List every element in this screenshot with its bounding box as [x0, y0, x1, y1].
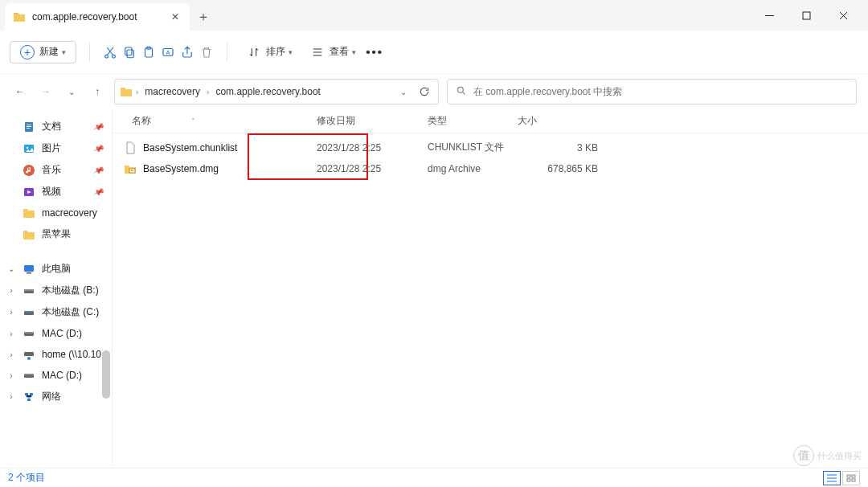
file-name: BaseSystem.chunklist	[143, 142, 237, 153]
sidebar-drive[interactable]: ›MAC (D:)	[3, 323, 108, 344]
chevron-right-icon[interactable]: ›	[6, 392, 16, 401]
folder-icon	[23, 228, 35, 241]
sort-indicator-icon: ˄	[191, 117, 195, 125]
doc-icon	[23, 121, 35, 133]
delete-icon[interactable]	[199, 45, 214, 59]
chevron-down-icon[interactable]: ⌄	[6, 264, 16, 273]
icons-view-button[interactable]	[842, 471, 860, 485]
sidebar-item[interactable]: 音乐📌	[3, 159, 108, 181]
view-button[interactable]: 查看 ▾	[304, 40, 362, 64]
file-icon	[124, 141, 137, 154]
col-type[interactable]: 类型	[428, 114, 518, 128]
chevron-right-icon[interactable]: ›	[6, 371, 16, 380]
breadcrumb-seg[interactable]: com.apple.recovery.boot	[212, 84, 324, 99]
search-box[interactable]	[447, 79, 857, 104]
file-size: 3 KB	[518, 142, 598, 153]
svg-rect-25	[24, 332, 34, 334]
paste-icon[interactable]	[141, 45, 156, 59]
video-icon	[23, 186, 35, 198]
file-row[interactable]: BaseSystem.chunklist2023/1/28 2:25CHUNKL…	[113, 137, 868, 158]
svg-point-15	[27, 146, 28, 148]
sidebar-item[interactable]: 黑苹果	[3, 223, 108, 245]
sidebar-drive[interactable]: ›home (\\10.10	[3, 344, 108, 365]
folder-icon	[13, 10, 26, 23]
maximize-button[interactable]	[788, 2, 825, 28]
sidebar-item[interactable]: 文档📌	[3, 116, 108, 137]
sidebar-item[interactable]: 图片📌	[3, 137, 108, 159]
sidebar-item[interactable]: macrecovery	[3, 203, 108, 223]
tab-current[interactable]: com.apple.recovery.boot ✕	[5, 3, 190, 31]
sidebar-item-label: 视频	[42, 185, 61, 198]
rename-icon[interactable]: A	[161, 45, 175, 59]
sort-icon	[247, 45, 261, 59]
chevron-down-icon: ▾	[62, 48, 66, 56]
cut-icon[interactable]	[103, 45, 117, 59]
col-name[interactable]: 名称 ˄	[124, 114, 317, 128]
status-bar: 2 个项目	[0, 468, 868, 487]
close-button[interactable]	[825, 2, 862, 28]
file-date: 2023/1/28 2:25	[317, 163, 428, 174]
chevron-right-icon[interactable]: ›	[6, 308, 16, 317]
window-controls	[751, 0, 868, 31]
file-type: dmg Archive	[428, 163, 518, 174]
sidebar-this-pc[interactable]: ⌄ 此电脑	[3, 258, 108, 280]
sidebar-drive[interactable]: ›MAC (D:)	[3, 365, 108, 386]
sort-button[interactable]: 排序 ▾	[240, 40, 299, 64]
sidebar-item-label: 网络	[42, 390, 61, 403]
tab-close-icon[interactable]: ✕	[169, 10, 182, 23]
details-view-button[interactable]	[823, 471, 841, 485]
new-tab-button[interactable]: ＋	[190, 3, 217, 31]
sidebar-drive[interactable]: ›网络	[3, 386, 108, 407]
scrollbar-thumb[interactable]	[102, 350, 110, 399]
chevron-right-icon[interactable]: ›	[6, 329, 16, 338]
recent-chevron-icon[interactable]: ⌄	[63, 83, 80, 100]
col-size[interactable]: 大小	[518, 114, 598, 128]
svg-point-1	[105, 55, 108, 58]
network-icon	[23, 391, 35, 403]
sidebar-item-label: macrecovery	[42, 207, 97, 219]
file-list-pane: 名称 ˄ 修改日期 类型 大小 BaseSystem.chunklist2023…	[113, 109, 868, 468]
separator	[227, 43, 227, 62]
svg-point-9	[457, 87, 463, 92]
watermark: 值 什么值得买	[793, 445, 862, 466]
svg-rect-4	[125, 47, 132, 55]
chevron-right-icon[interactable]: ›	[6, 286, 16, 295]
pic-icon	[23, 142, 35, 155]
minimize-button[interactable]	[751, 2, 788, 28]
sidebar-drive[interactable]: ›本地磁盘 (C:)	[3, 301, 108, 323]
back-button[interactable]: ←	[11, 83, 29, 100]
refresh-icon[interactable]	[416, 83, 433, 100]
drive-sys-icon	[23, 306, 35, 319]
chevron-right-icon[interactable]: ›	[6, 350, 16, 359]
breadcrumb-dropdown-icon[interactable]: ⌄	[395, 83, 412, 100]
breadcrumb-seg[interactable]: macrecovery	[141, 84, 203, 99]
breadcrumb[interactable]: › macrecovery › com.apple.recovery.boot …	[114, 79, 439, 104]
svg-rect-37	[852, 479, 855, 481]
file-type: CHUNKLIST 文件	[428, 141, 518, 154]
share-icon[interactable]	[180, 45, 194, 59]
sidebar-item-label: 本地磁盘 (B:)	[42, 284, 99, 297]
sidebar-item-label: MAC (D:)	[42, 328, 82, 339]
sidebar-item-label: MAC (D:)	[42, 370, 82, 381]
new-button[interactable]: + 新建 ▾	[10, 41, 76, 63]
col-date[interactable]: 修改日期	[317, 114, 428, 128]
sidebar-item-label: 图片	[42, 141, 61, 155]
plus-icon: +	[20, 45, 35, 59]
address-row: ← → ⌄ ↑ › macrecovery › com.apple.recove…	[0, 74, 868, 109]
svg-rect-19	[27, 272, 31, 274]
file-date: 2023/1/28 2:25	[317, 142, 428, 153]
sidebar-item-label: 此电脑	[42, 262, 71, 276]
copy-icon[interactable]	[122, 45, 137, 59]
up-button[interactable]: ↑	[88, 83, 106, 100]
svg-rect-0	[803, 12, 810, 19]
svg-rect-26	[24, 352, 34, 356]
more-icon[interactable]: •••	[367, 45, 382, 59]
music-icon	[23, 164, 35, 177]
sidebar-drive[interactable]: ›本地磁盘 (B:)	[3, 280, 108, 301]
sidebar-item[interactable]: 视频📌	[3, 181, 108, 203]
search-input[interactable]	[473, 86, 848, 97]
file-row[interactable]: BaseSystem.dmg2023/1/28 2:25dmg Archive6…	[113, 158, 868, 179]
forward-button[interactable]: →	[37, 83, 55, 100]
chevron-right-icon: ›	[207, 88, 209, 96]
pin-icon: 📌	[92, 121, 104, 132]
